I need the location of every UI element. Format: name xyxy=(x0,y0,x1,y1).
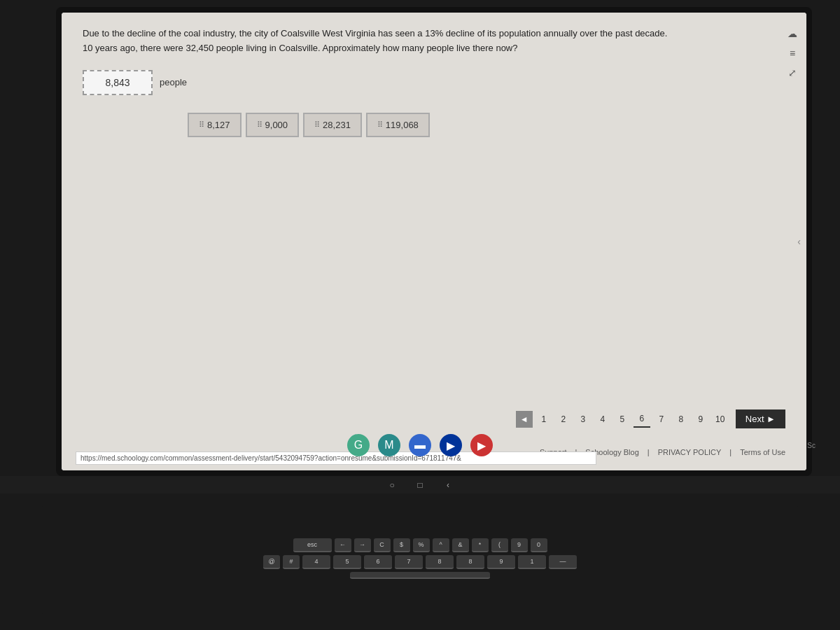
page-2[interactable]: 2 xyxy=(555,411,572,428)
right-icons: ☁ ≡ ⤢ xyxy=(785,27,799,80)
choice-button-4[interactable]: ⠿ 119,068 xyxy=(366,113,430,137)
key-7[interactable]: 7 xyxy=(395,555,423,569)
choice-dots-1: ⠿ xyxy=(199,120,204,130)
page-6[interactable]: 6 xyxy=(634,411,650,428)
key-5[interactable]: 5 xyxy=(333,555,361,569)
separator-2: | xyxy=(648,448,650,456)
page-3[interactable]: 3 xyxy=(575,411,592,428)
key-forward[interactable]: → xyxy=(354,538,371,552)
key-caret[interactable]: ^ xyxy=(433,538,449,552)
terms-link[interactable]: Terms of Use xyxy=(740,448,785,456)
menu-icon[interactable]: ≡ xyxy=(785,46,799,60)
bottom-icon-square[interactable]: □ xyxy=(413,478,427,492)
bottom-bar: ○ □ ‹ xyxy=(0,476,840,493)
choice-dots-3: ⠿ xyxy=(314,120,320,130)
key-dollar[interactable]: $ xyxy=(393,538,410,552)
answer-unit: people xyxy=(160,77,187,88)
page-9[interactable]: 9 xyxy=(692,411,709,428)
choice-dots-2: ⠿ xyxy=(257,120,262,130)
page-1[interactable]: 1 xyxy=(536,411,552,428)
page-10[interactable]: 10 xyxy=(712,411,729,428)
key-6[interactable]: 6 xyxy=(364,555,392,569)
keyboard-row-2: @ # 4 5 6 7 8 8 9 1 — xyxy=(263,555,577,569)
choice-label-4: 119,068 xyxy=(386,120,419,130)
choice-button-2[interactable]: ⠿ 9,000 xyxy=(246,113,300,137)
taskbar-icon-red[interactable]: ▶ xyxy=(470,434,493,456)
choice-button-1[interactable]: ⠿ 8,127 xyxy=(188,113,241,137)
expand-icon[interactable]: ⤢ xyxy=(785,66,799,80)
key-dash[interactable]: — xyxy=(549,555,577,569)
cloud-icon[interactable]: ☁ xyxy=(785,27,799,41)
collapse-arrow[interactable]: ‹ xyxy=(797,236,801,247)
main-content: ☁ ≡ ⤢ Due to the decline of the coal ind… xyxy=(62,13,806,470)
page-5[interactable]: 5 xyxy=(614,411,631,428)
key-amp[interactable]: & xyxy=(452,538,469,552)
key-9b[interactable]: 9 xyxy=(487,555,515,569)
key-percent[interactable]: % xyxy=(413,538,430,552)
bottom-icon-circle[interactable]: ○ xyxy=(385,478,399,492)
key-9[interactable]: 9 xyxy=(511,538,528,552)
keyboard-area: esc ← → C $ % ^ & * ( 9 0 @ # 4 5 6 7 8 … xyxy=(42,504,798,616)
keyboard-row-1: esc ← → C $ % ^ & * ( 9 0 xyxy=(293,538,547,552)
question-text: Due to the decline of the coal industry,… xyxy=(83,27,678,56)
taskbar-icon-play[interactable]: ▶ xyxy=(440,434,462,456)
key-space[interactable] xyxy=(350,572,490,579)
browser-area: ☁ ≡ ⤢ Due to the decline of the coal ind… xyxy=(62,13,806,470)
separator-3: | xyxy=(729,448,732,456)
page-8[interactable]: 8 xyxy=(673,411,690,428)
sc-text: Sc xyxy=(807,442,816,449)
key-at[interactable]: @ xyxy=(263,555,280,569)
keyboard-row-3 xyxy=(350,572,490,579)
pagination-area: ◄ 1 2 3 4 5 6 7 8 9 10 Next ► xyxy=(516,410,785,428)
choice-label-2: 9,000 xyxy=(265,120,288,130)
taskbar-icon-blue[interactable]: ▬ xyxy=(409,434,431,456)
key-4[interactable]: 4 xyxy=(302,555,330,569)
page-7[interactable]: 7 xyxy=(653,411,670,428)
answer-area: 8,843 people xyxy=(83,70,785,95)
choice-label-3: 28,231 xyxy=(323,120,351,130)
key-1[interactable]: 1 xyxy=(518,555,546,569)
key-hash[interactable]: # xyxy=(283,555,300,569)
screen-bezel: ☁ ≡ ⤢ Due to the decline of the coal ind… xyxy=(56,7,812,476)
taskbar-icon-green[interactable]: G xyxy=(347,434,370,456)
screen-content: ☁ ≡ ⤢ Due to the decline of the coal ind… xyxy=(62,13,806,470)
key-8[interactable]: 8 xyxy=(426,555,454,569)
laptop-body: ☁ ≡ ⤢ Due to the decline of the coal ind… xyxy=(0,0,840,630)
taskbar-icons: G M ▬ ▶ ▶ xyxy=(347,434,493,456)
key-0[interactable]: 0 xyxy=(531,538,547,552)
answer-choices: ⠿ 8,127 ⠿ 9,000 ⠿ 28,231 ⠿ xyxy=(188,113,785,137)
bottom-icon-back[interactable]: ‹ xyxy=(441,478,455,492)
key-c[interactable]: C xyxy=(374,538,391,552)
url-bar[interactable]: https://med.schoology.com/common/assessm… xyxy=(76,451,596,465)
taskbar-icon-teal[interactable]: M xyxy=(378,434,400,456)
answer-input[interactable]: 8,843 xyxy=(83,70,153,95)
page-prev-button[interactable]: ◄ xyxy=(516,411,533,428)
key-8b[interactable]: 8 xyxy=(456,555,484,569)
key-esc[interactable]: esc xyxy=(293,538,332,552)
choice-button-3[interactable]: ⠿ 28,231 xyxy=(303,113,362,137)
key-paren[interactable]: ( xyxy=(491,538,508,552)
key-star[interactable]: * xyxy=(472,538,489,552)
next-button[interactable]: Next ► xyxy=(736,410,785,428)
key-back[interactable]: ← xyxy=(335,538,351,552)
privacy-link[interactable]: PRIVACY POLICY xyxy=(658,448,722,456)
page-4[interactable]: 4 xyxy=(594,411,611,428)
choice-label-1: 8,127 xyxy=(207,120,230,130)
choice-dots-4: ⠿ xyxy=(377,120,383,130)
